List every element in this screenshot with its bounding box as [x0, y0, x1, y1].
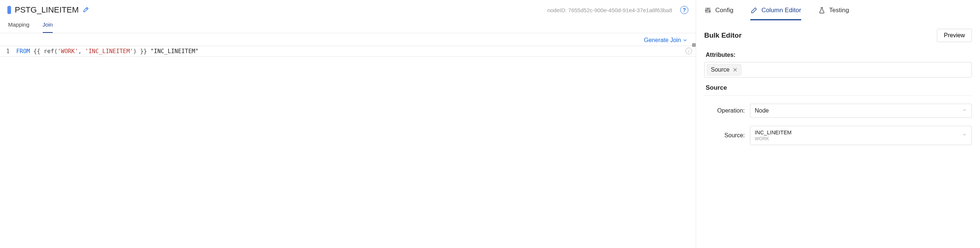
node-id-label: nodeID: 7655d52c-900e-450d-91e4-37e1a8f6… [547, 7, 672, 13]
tab-config-label: Config [715, 6, 733, 14]
tab-mapping[interactable]: Mapping [8, 18, 30, 33]
right-tabs: Config Column Editor Testing [704, 0, 972, 21]
tab-config[interactable]: Config [704, 6, 733, 20]
code-open: {{ ref( [30, 48, 57, 54]
chevron-down-icon [962, 107, 967, 114]
tab-column-editor-label: Column Editor [761, 6, 801, 14]
flask-icon [818, 6, 826, 14]
info-icon[interactable]: i [686, 48, 692, 54]
operation-select[interactable]: Node [750, 104, 972, 118]
generate-join-link[interactable]: Generate Join [644, 37, 687, 43]
edit-title-icon[interactable] [83, 6, 89, 14]
tab-testing-label: Testing [829, 6, 849, 14]
tab-testing[interactable]: Testing [818, 6, 849, 20]
sliders-icon [704, 6, 711, 14]
attributes-input[interactable]: Source ✕ [704, 62, 972, 77]
code-arg2: 'INC_LINEITEM' [85, 48, 134, 54]
source-section-header: Source [704, 77, 972, 96]
attributes-label: Attributes: [706, 52, 970, 58]
operation-value: Node [755, 107, 769, 114]
chip-remove-icon[interactable]: ✕ [733, 66, 737, 74]
pencil-icon [750, 6, 758, 14]
source-label: Source: [704, 132, 745, 139]
code-arg1: 'WORK' [57, 48, 78, 54]
source-select[interactable]: INC_LINEITEM WORK [750, 126, 972, 145]
source-value: INC_LINEITEM [755, 130, 792, 136]
source-subvalue: WORK [755, 136, 792, 141]
operation-label: Operation: [704, 107, 745, 114]
scrollbar-thumb[interactable] [692, 43, 696, 47]
code-gutter: 1 [0, 46, 14, 56]
preview-button[interactable]: Preview [937, 29, 972, 42]
help-icon[interactable]: ? [680, 6, 688, 14]
generate-join-label: Generate Join [644, 37, 681, 43]
code-editor[interactable]: 1 FROM {{ ref('WORK', 'INC_LINEITEM') }}… [0, 46, 696, 57]
code-close: ) }} [133, 48, 150, 54]
code-sep: , [78, 48, 85, 54]
attribute-chip-source: Source ✕ [707, 64, 741, 76]
chevron-down-icon [962, 132, 967, 139]
bulk-editor-title: Bulk Editor [704, 31, 741, 40]
code-alias: "INC_LINEITEM" [150, 48, 199, 54]
page-title: PSTG_LINEITEM [15, 5, 79, 15]
node-type-icon [7, 6, 11, 14]
chip-label: Source [711, 66, 730, 73]
tab-column-editor[interactable]: Column Editor [750, 6, 801, 20]
tab-join[interactable]: Join [43, 18, 53, 33]
code-keyword: FROM [16, 48, 30, 54]
left-tabs: Mapping Join [0, 18, 696, 33]
code-line-1[interactable]: FROM {{ ref('WORK', 'INC_LINEITEM') }} "… [14, 46, 696, 56]
chevron-down-icon [682, 38, 687, 43]
